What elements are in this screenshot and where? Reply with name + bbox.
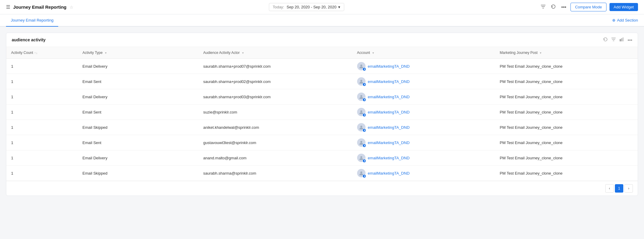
tab-journey-email-reporting[interactable]: Journey Email Reporting xyxy=(6,14,58,27)
widget-actions: ••• xyxy=(603,37,632,43)
audience-activity-table: Activity Count ↑↓ Activity Type ▾ xyxy=(6,47,638,181)
widget-more-icon[interactable]: ••• xyxy=(627,37,632,43)
account-link-2[interactable]: emailMarketingTA_DND xyxy=(368,95,410,99)
cell-activity-type-7: Email Skipped xyxy=(78,166,199,181)
svg-rect-1 xyxy=(621,38,622,41)
cell-activity-count-6: 1 xyxy=(6,150,78,166)
date-chevron-icon: ▾ xyxy=(338,5,340,9)
account-link-7[interactable]: emailMarketingTA_DND xyxy=(368,171,410,176)
account-badge-3 xyxy=(363,113,366,117)
cell-audience-actor-0: saurabh.sharma+prod07@sprinklr.com xyxy=(198,59,352,74)
cell-marketing-journey-4: PM Test Email Journey_clone_clone xyxy=(495,120,638,135)
cell-activity-type-4: Email Skipped xyxy=(78,120,199,135)
account-link-6[interactable]: emailMarketingTA_DND xyxy=(368,156,410,160)
cell-audience-actor-3: suzie@sprinklr.com xyxy=(198,105,352,120)
compare-mode-button[interactable]: Compare Mode xyxy=(570,3,606,11)
audience-activity-widget: audience activity xyxy=(6,33,638,196)
account-badge-6 xyxy=(363,159,366,163)
svg-rect-0 xyxy=(620,39,621,42)
table-row: 1 Email Delivery saurabh.sharma+prod07@s… xyxy=(6,59,638,74)
nav-tabs: Journey Email Reporting xyxy=(6,14,58,26)
cell-audience-actor-5: gustavouwt3test@sprinklr.com xyxy=(198,135,352,150)
account-avatar-5 xyxy=(357,138,366,147)
cell-account-0: emailMarketingTA_DND xyxy=(352,59,495,74)
table-row: 1 Email Sent suzie@sprinklr.com emailMar… xyxy=(6,105,638,120)
cell-activity-type-2: Email Delivery xyxy=(78,89,199,105)
cell-activity-type-1: Email Sent xyxy=(78,74,199,89)
favorite-icon[interactable]: ☆ xyxy=(70,5,74,10)
menu-icon[interactable]: ☰ xyxy=(6,4,10,10)
account-link-0[interactable]: emailMarketingTA_DND xyxy=(368,64,410,69)
col-header-activity-type[interactable]: Activity Type ▾ xyxy=(78,47,199,59)
table-row: 1 Email Delivery saurabh.sharma+prod03@s… xyxy=(6,89,638,105)
pagination-prev-button[interactable]: ‹ xyxy=(605,184,614,193)
cell-audience-actor-1: saurabh.sharma+prod02@sprinklr.com xyxy=(198,74,352,89)
add-widget-button[interactable]: Add Widget xyxy=(609,3,638,11)
widget-header: audience activity xyxy=(6,33,638,47)
cell-account-3: emailMarketingTA_DND xyxy=(352,105,495,120)
account-badge-1 xyxy=(363,83,366,86)
cell-activity-type-0: Email Delivery xyxy=(78,59,199,74)
col-label-activity-count: Activity Count xyxy=(11,51,33,55)
col-header-activity-count[interactable]: Activity Count ↑↓ xyxy=(6,47,78,59)
cell-marketing-journey-2: PM Test Email Journey_clone_clone xyxy=(495,89,638,105)
cell-activity-type-3: Email Sent xyxy=(78,105,199,120)
col-header-account[interactable]: Account ▾ xyxy=(352,47,495,59)
page-title: Journey Email Reporting xyxy=(13,4,67,10)
cell-audience-actor-2: saurabh.sharma+prod03@sprinklr.com xyxy=(198,89,352,105)
account-link-3[interactable]: emailMarketingTA_DND xyxy=(368,110,410,114)
content-area: audience activity xyxy=(0,27,644,202)
col-header-audience-actor[interactable]: Audience Activity Actor ▾ xyxy=(198,47,352,59)
account-avatar-3 xyxy=(357,108,366,116)
cell-activity-count-4: 1 xyxy=(6,120,78,135)
cell-marketing-journey-1: PM Test Email Journey_clone_clone xyxy=(495,74,638,89)
cell-account-2: emailMarketingTA_DND xyxy=(352,89,495,105)
add-section-label: Add Section xyxy=(617,18,638,22)
svg-point-5 xyxy=(360,95,362,97)
account-link-5[interactable]: emailMarketingTA_DND xyxy=(368,140,410,145)
top-header: ☰ Journey Email Reporting ☆ Today: Sep 2… xyxy=(0,0,644,14)
cell-activity-count-2: 1 xyxy=(6,89,78,105)
cell-activity-count-3: 1 xyxy=(6,105,78,120)
filter-icon-button[interactable] xyxy=(540,3,547,11)
widget-chart-icon[interactable] xyxy=(619,37,624,43)
date-range-button[interactable]: Today: Sep 20, 2020 - Sep 20, 2020 ▾ xyxy=(269,3,345,11)
table-row: 1 Email Sent saurabh.sharma+prod02@sprin… xyxy=(6,74,638,89)
widget-filter-icon[interactable] xyxy=(611,37,616,43)
account-badge-4 xyxy=(363,128,366,132)
account-link-1[interactable]: emailMarketingTA_DND xyxy=(368,79,410,84)
widget-refresh-icon[interactable] xyxy=(603,37,608,43)
cell-activity-type-6: Email Delivery xyxy=(78,150,199,166)
account-avatar-1 xyxy=(357,77,366,86)
svg-point-3 xyxy=(360,64,362,66)
data-table-wrap: Activity Count ↑↓ Activity Type ▾ xyxy=(6,47,638,181)
table-row: 1 Email Skipped aniket.khandelwal@sprink… xyxy=(6,120,638,135)
add-section-icon: ⊕ xyxy=(612,18,615,22)
table-header: Activity Count ↑↓ Activity Type ▾ xyxy=(6,47,638,59)
date-range-value: Sep 20, 2020 - Sep 20, 2020 xyxy=(287,5,336,9)
account-link-4[interactable]: emailMarketingTA_DND xyxy=(368,125,410,130)
table-row: 1 Email Delivery anand.malto@gmail.com e… xyxy=(6,150,638,166)
svg-point-4 xyxy=(360,80,362,81)
svg-point-10 xyxy=(360,171,362,173)
sub-navigation: Journey Email Reporting ⊕ Add Section xyxy=(0,14,644,27)
cell-audience-actor-6: anand.malto@gmail.com xyxy=(198,150,352,166)
col-label-marketing-journey: Marketing Journey Post xyxy=(500,51,537,55)
col-label-account: Account xyxy=(357,51,370,55)
col-filter-arrow-account: ▾ xyxy=(372,51,374,55)
add-section-button[interactable]: ⊕ Add Section xyxy=(612,14,638,26)
col-label-activity-type: Activity Type xyxy=(83,51,103,55)
cell-marketing-journey-7: PM Test Email Journey_clone_clone xyxy=(495,166,638,181)
col-label-audience-actor: Audience Activity Actor xyxy=(203,51,239,55)
sort-asc-icon: ↑↓ xyxy=(34,51,38,55)
table-body: 1 Email Delivery saurabh.sharma+prod07@s… xyxy=(6,59,638,181)
col-header-marketing-journey[interactable]: Marketing Journey Post ▾ xyxy=(495,47,638,59)
more-options-button[interactable]: ••• xyxy=(560,3,567,11)
refresh-icon-button[interactable] xyxy=(550,3,557,11)
account-badge-7 xyxy=(363,174,366,178)
pagination: ‹ 1 › xyxy=(6,181,638,196)
pagination-page-1[interactable]: 1 xyxy=(615,184,623,193)
pagination-next-button[interactable]: › xyxy=(624,184,633,193)
cell-marketing-journey-3: PM Test Email Journey_clone_clone xyxy=(495,105,638,120)
account-avatar-7 xyxy=(357,169,366,177)
